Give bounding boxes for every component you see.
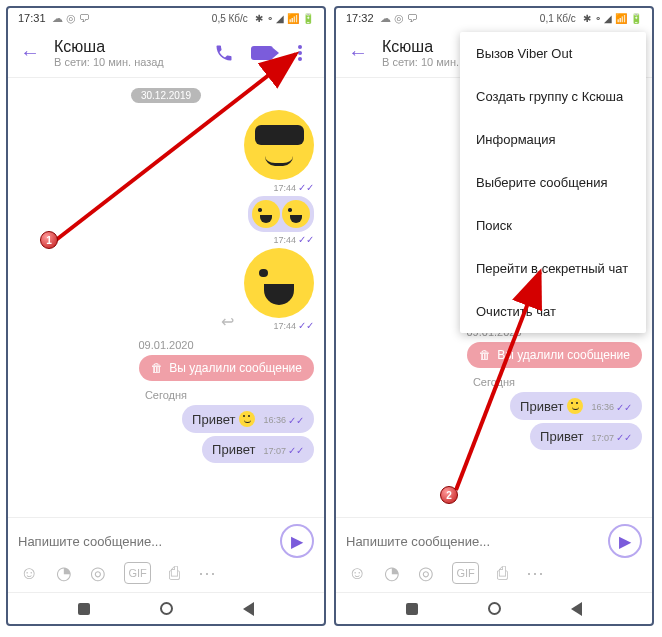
smile-icon <box>239 411 255 427</box>
more-tools-icon[interactable]: ⋯ <box>526 562 544 584</box>
back-icon[interactable]: ← <box>20 41 40 64</box>
message-bubble[interactable]: Привет 16:36✓✓ <box>510 392 642 420</box>
nav-back-icon[interactable] <box>243 602 254 616</box>
camera-icon[interactable]: ◎ <box>418 562 434 584</box>
nav-home-icon[interactable] <box>488 602 501 615</box>
gif-icon[interactable]: GIF <box>452 562 478 584</box>
date-separator: 09.01.2020 <box>18 339 314 351</box>
nav-back-icon[interactable] <box>571 602 582 616</box>
chat-header: ← Ксюша В сети: 10 мин. назад <box>8 28 324 78</box>
status-bar: 17:32 ☁ ◎ 🗩 0,1 Кб/с ✱ ⚬ ◢ 📶 🔋 <box>336 8 652 28</box>
android-nav <box>8 592 324 624</box>
chat-name: Ксюша <box>54 38 198 56</box>
nav-home-icon[interactable] <box>160 602 173 615</box>
menu-search[interactable]: Поиск <box>460 204 646 247</box>
nav-recent-icon[interactable] <box>78 603 90 615</box>
menu-viber-out[interactable]: Вызов Viber Out <box>460 32 646 75</box>
more-menu-icon[interactable] <box>288 41 312 65</box>
menu-select-messages[interactable]: Выберите сообщения <box>460 161 646 204</box>
camera-icon[interactable]: ◎ <box>90 562 106 584</box>
message-bubble[interactable]: Привет 16:36✓✓ <box>182 405 314 433</box>
overflow-menu: Вызов Viber Out Создать группу с Ксюша И… <box>460 32 646 333</box>
message-input[interactable] <box>18 528 272 555</box>
android-nav <box>336 592 652 624</box>
message-input[interactable] <box>346 528 600 555</box>
header-titles[interactable]: Ксюша В сети: 10 мин. назад <box>54 38 198 68</box>
call-icon[interactable] <box>212 41 236 65</box>
message-bubble[interactable]: Привет 17:07✓✓ <box>202 436 314 463</box>
sticker-icon[interactable]: ◔ <box>384 562 400 584</box>
deleted-message: 🗑Вы удалили сообщение <box>467 342 642 368</box>
send-button[interactable]: ▶ <box>608 524 642 558</box>
status-time: 17:32 <box>346 12 374 24</box>
phone-left: 17:31 ☁ ◎ 🗩 0,5 Кб/с ✱ ⚬ ◢ 📶 🔋 ← Ксюша В… <box>6 6 326 626</box>
status-time: 17:31 <box>18 12 46 24</box>
date-separator: 30.12.2019 <box>131 88 201 103</box>
emoji-icon[interactable]: ☺ <box>348 562 366 584</box>
more-tools-icon[interactable]: ⋯ <box>198 562 216 584</box>
menu-info[interactable]: Информация <box>460 118 646 161</box>
attach-icon[interactable]: ⎙ <box>497 562 508 584</box>
input-bar: ▶ ☺ ◔ ◎ GIF ⎙ ⋯ <box>336 517 652 592</box>
sticker-tongue[interactable] <box>244 248 314 318</box>
sticker-cool[interactable] <box>244 110 314 180</box>
sticker-icon[interactable]: ◔ <box>56 562 72 584</box>
annotation-badge-2: 2 <box>440 486 458 504</box>
phone-right: 17:32 ☁ ◎ 🗩 0,1 Кб/с ✱ ⚬ ◢ 📶 🔋 ← Ксюша В… <box>334 6 654 626</box>
sticker-pair-wink[interactable] <box>248 196 314 232</box>
menu-create-group[interactable]: Создать группу с Ксюша <box>460 75 646 118</box>
nav-recent-icon[interactable] <box>406 603 418 615</box>
status-bar: 17:31 ☁ ◎ 🗩 0,5 Кб/с ✱ ⚬ ◢ 📶 🔋 <box>8 8 324 28</box>
menu-clear-chat[interactable]: Очистить чат <box>460 290 646 333</box>
video-call-icon[interactable] <box>250 41 274 65</box>
chat-status: В сети: 10 мин. назад <box>54 56 198 68</box>
message-bubble[interactable]: Привет 17:07✓✓ <box>530 423 642 450</box>
back-icon[interactable]: ← <box>348 41 368 64</box>
send-button[interactable]: ▶ <box>280 524 314 558</box>
gif-icon[interactable]: GIF <box>124 562 150 584</box>
annotation-badge-1: 1 <box>40 231 58 249</box>
input-bar: ▶ ☺ ◔ ◎ GIF ⎙ ⋯ <box>8 517 324 592</box>
attach-icon[interactable]: ⎙ <box>169 562 180 584</box>
emoji-icon[interactable]: ☺ <box>20 562 38 584</box>
menu-secret-chat[interactable]: Перейти в секретный чат <box>460 247 646 290</box>
deleted-message: 🗑Вы удалили сообщение <box>139 355 314 381</box>
forward-icon[interactable]: ↩ <box>221 312 234 331</box>
date-today: Сегодня <box>18 389 314 401</box>
chat-body: 30.12.2019 17:44✓✓ 17:44✓✓ ↩ 17:44✓✓ 09.… <box>8 78 324 517</box>
